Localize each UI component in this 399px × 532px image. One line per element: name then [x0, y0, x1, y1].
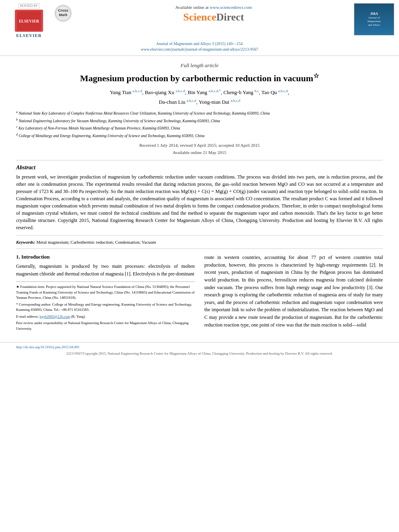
email-link[interactable]: kgyb2005@126.com — [39, 314, 70, 318]
abstract-section: Abstract In present work, we investigate… — [16, 164, 383, 231]
affiliation-b: b National Engineering Laboratory for Va… — [16, 117, 383, 124]
header-top: HOSTED BY ELSEVIER ELSEVIER Cr — [0, 0, 399, 39]
crossmark-badge: Cross Mark — [54, 4, 72, 22]
peer-review-note: Peer review under responsibility of Nati… — [16, 320, 195, 331]
abstract-title: Abstract — [16, 164, 383, 171]
header: HOSTED BY ELSEVIER ELSEVIER Cr — [0, 0, 399, 56]
journal-cover: JMA Journal of Magnesium and Alloys — [354, 3, 394, 35]
intro-section-title: 1. Introduction — [16, 254, 195, 260]
author-2: Bao-qiang Xu a,b,c,d, — [145, 89, 188, 95]
footnotes: ★ Foundation item: Project supported by … — [16, 281, 195, 331]
authors-list: Yang Tian a,b,c,d, Bao-qiang Xu a,b,c,d,… — [16, 88, 383, 107]
svg-text:Mark: Mark — [59, 13, 68, 17]
author-7: Yong-nian Dai a,b,c,d — [199, 99, 240, 105]
online-date: Available online 21 May 2015 — [16, 149, 383, 156]
author-4: Cheng-b Yang b,c, — [223, 89, 261, 95]
available-online: Available online at www.sciencedirect.co… — [81, 5, 346, 10]
crossmark: Cross Mark — [53, 3, 73, 23]
email-label: E-mail address: — [16, 314, 39, 318]
direct-part: Direct — [216, 11, 244, 23]
journal-citation: Journal of Magnesium and Alloys 3 (2015)… — [141, 41, 258, 47]
author-3: Bin Yang a,b,c,d,*, — [188, 89, 224, 95]
elsevier-text: ELSEVIER — [16, 33, 42, 38]
article-type: Full length article — [16, 62, 383, 69]
doi-link[interactable]: http://dx.doi.org/10.1016/j.jma.2015.04.… — [16, 345, 80, 349]
intro-left-text: Generally, magnesium is produced by two … — [16, 263, 195, 277]
divider-2 — [16, 235, 383, 236]
bottom-bar: http://dx.doi.org/10.1016/j.jma.2015.04.… — [0, 342, 399, 351]
affiliation-a: a National State Key Laboratory of Compl… — [16, 110, 383, 116]
affiliation-c: c Key Laboratory of Non-Ferrous Metals V… — [16, 125, 383, 131]
keywords-items: Metal magnesium; Carbothermic reduction;… — [36, 240, 156, 244]
copyright-text: 2213-9567/Copyright 2015, National Engin… — [0, 351, 399, 355]
keywords: Keywords: Metal magnesium; Carbothermic … — [16, 240, 383, 244]
received-date: Received 1 July 2014; revised 9 April 20… — [16, 142, 383, 149]
journal-url[interactable]: www.elsevier.com/journals/journal-of-mag… — [141, 47, 258, 52]
svg-text:Cross: Cross — [58, 8, 68, 12]
keywords-label: Keywords: — [16, 240, 35, 244]
star-symbol: ☆ — [313, 72, 319, 79]
elsevier-icon: ELSEVIER — [17, 11, 41, 31]
divider-3 — [16, 249, 383, 249]
dates: Received 1 July 2014; revised 9 April 20… — [16, 142, 383, 156]
main-content: Full length article Magnesium production… — [0, 56, 399, 336]
affiliation-d: d College of Metallurgy and Energy Engin… — [16, 132, 383, 139]
introduction: 1. Introduction Generally, magnesium is … — [16, 254, 383, 333]
intro-right-column: route in western countries, accounting f… — [204, 254, 383, 333]
foundation-note: ★ Foundation item: Project supported by … — [16, 284, 195, 301]
divider-1 — [16, 160, 383, 160]
author-1: Yang Tian a,b,c,d, — [110, 89, 145, 95]
paper-title: Magnesium production by carbothermic red… — [16, 72, 383, 84]
affiliations: a National State Key Laboratory of Compl… — [16, 110, 383, 139]
author-6: Da-chun Liu a,b,c,d, — [159, 99, 199, 105]
author-5: Tao Qu a,b,c,d, — [261, 89, 289, 95]
science-part: Science — [183, 11, 216, 23]
sciencedirect-url[interactable]: www.sciencedirect.com — [210, 5, 252, 10]
sciencedirect-title: ScienceDirect — [81, 11, 346, 23]
corresponding-note: * Corresponding author. College of Metal… — [16, 302, 195, 313]
svg-text:ELSEVIER: ELSEVIER — [19, 19, 39, 23]
intro-right-text: route in western countries, accounting f… — [204, 254, 383, 329]
abstract-text: In present work, we investigate producti… — [16, 173, 383, 231]
page: HOSTED BY ELSEVIER ELSEVIER Cr — [0, 0, 399, 355]
email-person: (B. Yang). — [71, 314, 86, 318]
email-note: E-mail address: kgyb2005@126.com (B. Yan… — [16, 314, 195, 320]
intro-left-column: 1. Introduction Generally, magnesium is … — [16, 254, 195, 333]
hosted-by-label: HOSTED BY — [19, 3, 40, 8]
crossmark-icon: Cross Mark — [55, 5, 71, 21]
center-header: Available online at www.sciencedirect.co… — [73, 3, 354, 26]
journal-info: Journal of Magnesium and Alloys 3 (2015)… — [141, 41, 258, 52]
elsevier-logo: HOSTED BY ELSEVIER ELSEVIER — [5, 3, 53, 38]
